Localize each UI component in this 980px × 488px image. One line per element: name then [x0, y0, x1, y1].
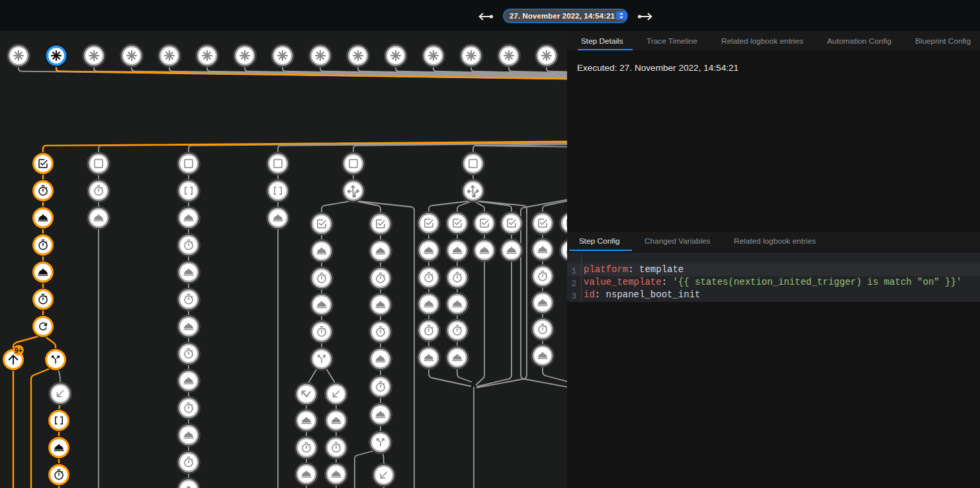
svg-text:9+: 9+ — [15, 346, 22, 354]
